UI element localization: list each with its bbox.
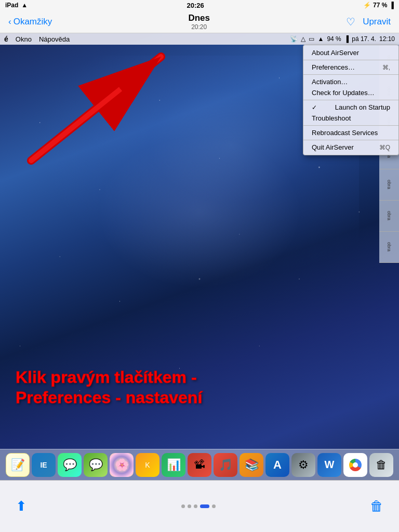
ios-nav-bar: ‹ Okamžiky Dnes 20:20 ♡ Upravit <box>0 10 399 33</box>
nav-right: ♡ Upravit <box>346 16 391 28</box>
annotation-text: Klik pravým tlačítkem - Preferences - na… <box>16 367 286 407</box>
heart-icon[interactable]: ♡ <box>346 16 355 28</box>
time-menubar: 12:10 <box>379 35 395 43</box>
share-icon[interactable]: ⬆ <box>16 498 27 514</box>
menu-separator-4 <box>303 125 398 126</box>
status-right: ⚡ 77 % ▐ <box>363 2 394 9</box>
dock-music[interactable]: 🎵 <box>214 453 237 477</box>
dock-trash[interactable]: 🗑 <box>369 453 393 477</box>
menu-troubleshoot[interactable]: Troubleshoot <box>303 113 398 124</box>
battery-menubar-icon: ▐ <box>344 35 349 43</box>
dock-word[interactable]: W <box>317 453 341 477</box>
nav-center: Dnes 20:20 <box>188 13 210 31</box>
ipad-bottom-bar: ⬆ 🗑 <box>0 480 399 532</box>
menu-preferences[interactable]: Preferences… ⌘, <box>303 62 398 73</box>
right-label-7: obra <box>379 232 399 263</box>
page-dot-4 <box>200 504 209 508</box>
apple-menu[interactable]: é <box>4 35 8 43</box>
dock-facetime[interactable]: 💬 <box>84 453 108 477</box>
menu-launch-startup[interactable]: Launch on Startup <box>303 102 398 113</box>
chevron-left-icon: ‹ <box>8 17 11 27</box>
launch-startup-label: Launch on Startup <box>335 103 390 111</box>
dock-photos[interactable]: 🌸 <box>110 453 134 477</box>
mac-screen: é Okno Nápověda 📡 △ ▭ ▲ 94 % ▐ pá 17. 4.… <box>0 33 399 480</box>
battery-icon: ▐ <box>389 2 394 9</box>
nav-back-button[interactable]: ‹ Okamžiky <box>8 17 52 27</box>
preferences-shortcut: ⌘, <box>382 64 390 71</box>
menu-separator-2 <box>303 74 398 75</box>
dock-notes[interactable]: 📝 <box>6 453 30 477</box>
screen-icon[interactable]: ▭ <box>309 35 314 43</box>
dock-keynote[interactable]: K <box>136 453 159 477</box>
wifi-menubar-icon[interactable]: ▲ <box>317 35 324 43</box>
menu-about[interactable]: About AirServer <box>303 47 398 58</box>
ios-status-bar: iPad ▲ 20:26 ⚡ 77 % ▐ <box>0 0 399 10</box>
dock-browser[interactable]: IE <box>32 453 56 477</box>
airserver-dropdown-menu: About AirServer Preferences… ⌘, Activati… <box>303 45 399 155</box>
mac-dock: 📝 IE 💬 💬 🌸 K 📊 📽 🎵 📚 A ⚙ W 🗑 <box>0 449 399 480</box>
menu-rebroadcast[interactable]: Rebroadcast Services <box>303 127 398 138</box>
svg-line-2 <box>31 57 161 161</box>
page-dot-1 <box>181 504 185 508</box>
airserver-icon[interactable]: 📡 <box>290 35 298 43</box>
status-time: 20:26 <box>187 2 204 9</box>
wifi-icon: ▲ <box>21 2 28 9</box>
right-label-6: obra <box>379 201 399 232</box>
delete-icon[interactable]: 🗑 <box>370 498 383 514</box>
status-left: iPad ▲ <box>5 2 28 9</box>
page-dot-2 <box>188 504 191 508</box>
menu-check-updates[interactable]: Check for Updates… <box>303 87 398 98</box>
menu-separator-3 <box>303 100 398 100</box>
page-dot-3 <box>194 504 197 508</box>
dock-numbers[interactable]: 📊 <box>162 453 185 477</box>
dock-keynote2[interactable]: 📽 <box>188 453 211 477</box>
rebroadcast-label: Rebroadcast Services <box>312 129 378 137</box>
dock-messages[interactable]: 💬 <box>58 453 82 477</box>
mac-menubar: é Okno Nápověda 📡 △ ▭ ▲ 94 % ▐ pá 17. 4.… <box>0 33 399 45</box>
menubar-napoveda[interactable]: Nápověda <box>39 35 70 43</box>
battery-percent: 77 % <box>373 2 387 9</box>
dock-appstore[interactable]: A <box>265 453 289 477</box>
date-menubar: pá 17. 4. <box>352 35 376 43</box>
edit-button[interactable]: Upravit <box>363 17 391 27</box>
quit-shortcut: ⌘Q <box>379 144 390 151</box>
battery-menubar: 94 % <box>327 35 341 43</box>
menu-separator-1 <box>303 60 398 60</box>
menu-activation[interactable]: Activation… <box>303 76 398 87</box>
dock-books[interactable]: 📚 <box>240 453 263 477</box>
dock-chrome[interactable] <box>343 453 367 477</box>
preferences-label: Preferences… <box>312 63 355 71</box>
nav-subtitle: 20:20 <box>188 23 210 31</box>
bluetooth-icon: ⚡ <box>363 2 371 9</box>
pagination-dots <box>181 504 216 508</box>
right-label-5: obra <box>379 169 399 201</box>
menu-quit[interactable]: Quit AirServer ⌘Q <box>303 142 398 153</box>
troubleshoot-label: Troubleshoot <box>312 114 351 122</box>
check-updates-label: Check for Updates… <box>312 89 375 97</box>
page-dot-5 <box>212 504 216 508</box>
menubar-okno[interactable]: Okno <box>16 35 32 43</box>
google-drive-icon[interactable]: △ <box>301 35 305 43</box>
about-label: About AirServer <box>312 49 359 57</box>
menubar-left: é Okno Nápověda <box>4 35 70 43</box>
activation-label: Activation… <box>312 78 348 86</box>
nav-title: Dnes <box>188 13 210 23</box>
menu-separator-5 <box>303 140 398 140</box>
red-arrow <box>16 46 182 171</box>
back-label: Okamžiky <box>14 17 52 27</box>
device-label: iPad <box>5 2 18 9</box>
menubar-right: 📡 △ ▭ ▲ 94 % ▐ pá 17. 4. 12:10 <box>290 35 395 43</box>
quit-label: Quit AirServer <box>312 143 354 151</box>
dock-settings[interactable]: ⚙ <box>291 453 315 477</box>
